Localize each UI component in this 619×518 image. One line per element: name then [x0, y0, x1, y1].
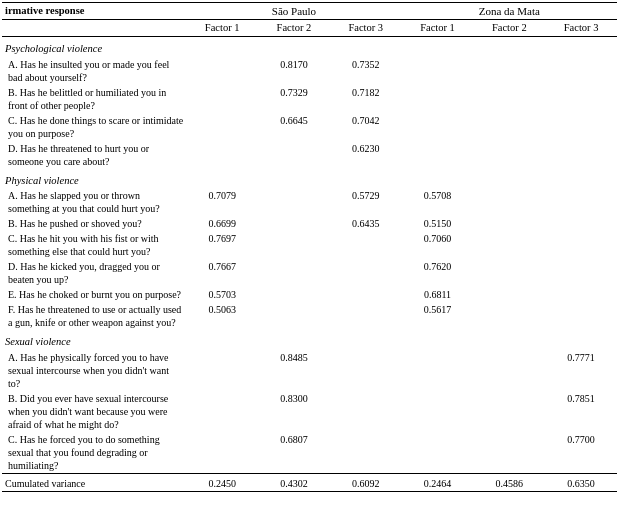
cell-0-3-f1	[186, 141, 258, 169]
factor1-header-g2: Factor 1	[402, 20, 474, 37]
main-table-container: irmative response São Paulo Zona da Mata…	[0, 0, 619, 494]
group1-header: São Paulo	[186, 3, 401, 20]
cell-2-0-f1	[186, 350, 258, 391]
data-row-0-2: C. Has he done things to scare or intimi…	[2, 113, 617, 141]
data-row-1-2: C. Has he hit you with his fist or with …	[2, 231, 617, 259]
data-row-0-0: A. Has he insulted you or made you feel …	[2, 57, 617, 85]
label-header: irmative response	[2, 3, 186, 20]
cell-2-1-f6: 0.7851	[545, 391, 617, 432]
cell-1-3-f1: 0.7667	[186, 259, 258, 287]
section-heading-label-2: Sexual violence	[2, 330, 617, 350]
cell-2-0-f4	[402, 350, 474, 391]
factor-header-row: Factor 1 Factor 2 Factor 3 Factor 1 Fact…	[2, 20, 617, 37]
cell-0-1-f2: 0.7329	[258, 85, 330, 113]
cell-0-2-f1	[186, 113, 258, 141]
cell-2-1-f4	[402, 391, 474, 432]
cell-1-0-f1: 0.7079	[186, 188, 258, 216]
data-row-1-3: D. Has he kicked you, dragged you or bea…	[2, 259, 617, 287]
cell-2-0-f2: 0.8485	[258, 350, 330, 391]
cell-1-4-f1: 0.5703	[186, 287, 258, 302]
cell-2-2-label: C. Has he forced you to do something sex…	[2, 432, 186, 474]
cell-1-3-f2	[258, 259, 330, 287]
cell-1-4-f2	[258, 287, 330, 302]
cell-1-0-f2	[258, 188, 330, 216]
cell-0-2-f6	[545, 113, 617, 141]
cell-0-2-f5	[473, 113, 545, 141]
cell-1-2-f3	[330, 231, 402, 259]
cell-0-1-f4	[402, 85, 474, 113]
cell-1-2-f5	[473, 231, 545, 259]
cumulated-f2: 0.4302	[258, 473, 330, 491]
cell-1-0-label: A. Has he slapped you or thrown somethin…	[2, 188, 186, 216]
cumulated-f4: 0.2464	[402, 473, 474, 491]
data-row-2-2: C. Has he forced you to do something sex…	[2, 432, 617, 474]
data-row-1-5: F. Has he threatened to use or actually …	[2, 302, 617, 330]
cell-1-2-f4: 0.7060	[402, 231, 474, 259]
cumulated-f5: 0.4586	[473, 473, 545, 491]
cell-1-3-f5	[473, 259, 545, 287]
cell-1-3-f3	[330, 259, 402, 287]
cell-1-1-f3: 0.6435	[330, 216, 402, 231]
data-row-1-0: A. Has he slapped you or thrown somethin…	[2, 188, 617, 216]
cell-0-3-label: D. Has he threatened to hurt you or some…	[2, 141, 186, 169]
cell-0-1-f3: 0.7182	[330, 85, 402, 113]
cell-0-0-f2: 0.8170	[258, 57, 330, 85]
cell-1-0-f6	[545, 188, 617, 216]
section-heading-1: Physical violence	[2, 169, 617, 189]
cumulated-label: Cumulated variance	[2, 473, 186, 491]
data-row-2-0: A. Has he physically forced you to have …	[2, 350, 617, 391]
cell-0-1-f5	[473, 85, 545, 113]
cumulated-variance-row: Cumulated variance0.24500.43020.60920.24…	[2, 473, 617, 491]
cell-0-1-f1	[186, 85, 258, 113]
group2-header: Zona da Mata	[402, 3, 617, 20]
cell-1-5-f4: 0.5617	[402, 302, 474, 330]
cell-0-1-f6	[545, 85, 617, 113]
cell-2-1-f3	[330, 391, 402, 432]
cell-1-2-f2	[258, 231, 330, 259]
cell-1-4-f3	[330, 287, 402, 302]
data-row-0-3: D. Has he threatened to hurt you or some…	[2, 141, 617, 169]
cumulated-f1: 0.2450	[186, 473, 258, 491]
cell-1-1-f5	[473, 216, 545, 231]
cell-2-1-label: B. Did you ever have sexual intercourse …	[2, 391, 186, 432]
cell-0-3-f5	[473, 141, 545, 169]
cell-1-1-f4: 0.5150	[402, 216, 474, 231]
cell-0-3-f2	[258, 141, 330, 169]
cell-1-4-f6	[545, 287, 617, 302]
cell-1-0-f3: 0.5729	[330, 188, 402, 216]
cell-0-0-f6	[545, 57, 617, 85]
data-row-2-1: B. Did you ever have sexual intercourse …	[2, 391, 617, 432]
cell-0-1-label: B. Has he belittled or humiliated you in…	[2, 85, 186, 113]
section-heading-2: Sexual violence	[2, 330, 617, 350]
cell-0-2-label: C. Has he done things to scare or intimi…	[2, 113, 186, 141]
data-row-0-1: B. Has he belittled or humiliated you in…	[2, 85, 617, 113]
cell-0-0-label: A. Has he insulted you or made you feel …	[2, 57, 186, 85]
section-heading-label-0: Psychological violence	[2, 36, 617, 56]
cell-2-0-f5	[473, 350, 545, 391]
factor3-header-g2: Factor 3	[545, 20, 617, 37]
group-header-row: irmative response São Paulo Zona da Mata	[2, 3, 617, 20]
cell-1-5-f1: 0.5063	[186, 302, 258, 330]
cell-0-0-f4	[402, 57, 474, 85]
cell-1-4-label: E. Has he choked or burnt you on purpose…	[2, 287, 186, 302]
cell-1-4-f4: 0.6811	[402, 287, 474, 302]
cell-1-1-f2	[258, 216, 330, 231]
cell-1-5-f5	[473, 302, 545, 330]
cell-1-1-label: B. Has he pushed or shoved you?	[2, 216, 186, 231]
cell-2-2-f6: 0.7700	[545, 432, 617, 474]
cell-1-2-label: C. Has he hit you with his fist or with …	[2, 231, 186, 259]
cell-2-0-label: A. Has he physically forced you to have …	[2, 350, 186, 391]
factor2-header-g2: Factor 2	[473, 20, 545, 37]
cell-2-2-f4	[402, 432, 474, 474]
cell-1-2-f1: 0.7697	[186, 231, 258, 259]
cell-0-2-f3: 0.7042	[330, 113, 402, 141]
cell-1-5-f3	[330, 302, 402, 330]
data-row-1-1: B. Has he pushed or shoved you?0.66990.6…	[2, 216, 617, 231]
cell-0-2-f4	[402, 113, 474, 141]
cell-1-4-f5	[473, 287, 545, 302]
cell-1-0-f5	[473, 188, 545, 216]
factor2-header-g1: Factor 2	[258, 20, 330, 37]
cell-1-3-label: D. Has he kicked you, dragged you or bea…	[2, 259, 186, 287]
cell-2-1-f2: 0.8300	[258, 391, 330, 432]
factor3-header-g1: Factor 3	[330, 20, 402, 37]
